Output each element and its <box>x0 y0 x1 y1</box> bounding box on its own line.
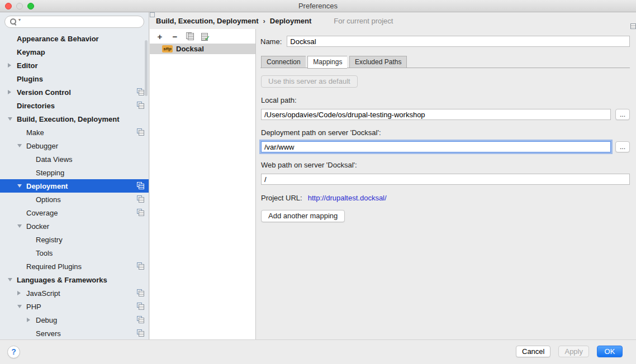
chevron-down-icon[interactable] <box>8 278 12 281</box>
local-path-label: Local path: <box>261 96 630 104</box>
sidebar-item-options[interactable]: Options <box>0 193 149 206</box>
project-scope-icon <box>137 329 144 337</box>
tab-excluded-paths[interactable]: Excluded Paths <box>349 56 407 68</box>
deployment-path-label: Deployment path on server 'Docksal': <box>261 128 630 137</box>
add-another-mapping-button[interactable]: Add another mapping <box>261 210 345 222</box>
chevron-down-icon[interactable] <box>17 144 22 147</box>
sidebar-item-keymap[interactable]: Keymap <box>0 45 149 59</box>
use-server-as-default-icon[interactable] <box>201 32 210 41</box>
search-filter-caret-icon[interactable]: ▾ <box>18 17 21 22</box>
sidebar-item-languages-frameworks[interactable]: Languages & Frameworks <box>0 273 149 286</box>
chevron-down-icon[interactable] <box>17 184 22 188</box>
breadcrumb-page: Deployment <box>270 17 311 25</box>
server-name-label: Docksal <box>176 45 204 53</box>
chevron-right-icon[interactable] <box>27 318 30 322</box>
name-label: Name: <box>260 37 282 46</box>
sidebar-item-build-execution-deployment[interactable]: Build, Execution, Deployment <box>0 112 149 126</box>
server-list-item-docksal[interactable]: sftp Docksal <box>150 44 255 54</box>
breadcrumb-separator: › <box>263 17 265 25</box>
sidebar-item-stepping[interactable]: Stepping <box>0 166 149 179</box>
sidebar-item-make[interactable]: Make <box>0 126 149 139</box>
web-path-input[interactable] <box>261 174 630 185</box>
sidebar-item-editor[interactable]: Editor <box>0 59 149 72</box>
project-scope-icon <box>324 17 331 25</box>
preferences-window: Preferences ▾ Appearance & Behavior Keym… <box>0 0 636 364</box>
duplicate-server-icon[interactable] <box>186 32 194 41</box>
local-path-input[interactable] <box>261 109 611 120</box>
search-icon <box>10 18 17 26</box>
sidebar-item-php[interactable]: PHP <box>0 300 149 313</box>
add-server-button[interactable]: + <box>155 32 164 41</box>
chevron-down-icon[interactable] <box>17 224 22 228</box>
sidebar-item-plugins[interactable]: Plugins <box>0 72 149 85</box>
web-path-label: Web path on server 'Docksal': <box>261 161 630 169</box>
ok-button[interactable]: OK <box>597 346 623 357</box>
check-icon <box>201 32 210 41</box>
dialog-footer: ? Cancel Apply OK <box>0 339 636 364</box>
project-scope-icon <box>137 303 144 310</box>
chevron-down-icon[interactable] <box>8 117 12 121</box>
server-list-panel: + − sftp Docksal <box>150 29 256 339</box>
project-url-link[interactable]: http://drupaltest.docksal/ <box>308 194 387 202</box>
use-this-server-as-default-button: Use this server as default <box>261 75 358 88</box>
mappings-pane: Use this server as default Local path: .… <box>260 68 630 222</box>
project-scope-icon <box>137 102 144 109</box>
project-scope-icon <box>137 289 144 296</box>
remove-server-button[interactable]: − <box>170 32 179 41</box>
project-scope-icon <box>137 88 144 95</box>
sidebar-item-servers[interactable]: Servers <box>0 327 149 339</box>
sidebar-item-required-plugins[interactable]: Required Plugins <box>0 260 149 273</box>
window-title: Preferences <box>0 0 636 12</box>
help-button[interactable]: ? <box>7 346 20 358</box>
browse-local-path-button[interactable]: ... <box>615 109 630 120</box>
project-url-label: Project URL: <box>261 194 302 202</box>
breadcrumb: Build, Execution, Deployment › Deploymen… <box>150 12 636 29</box>
sidebar-item-version-control[interactable]: Version Control <box>0 85 149 99</box>
sidebar-item-appearance-behavior[interactable]: Appearance & Behavior <box>0 32 149 45</box>
server-tabs: Connection Mappings Excluded Paths <box>260 56 630 68</box>
project-scope-icon <box>137 182 144 189</box>
sidebar-item-data-views[interactable]: Data Views <box>0 152 149 166</box>
tab-connection[interactable]: Connection <box>261 56 306 68</box>
title-bar: Preferences <box>0 0 636 12</box>
project-scope-icon <box>137 316 144 323</box>
deployment-path-input[interactable] <box>261 141 611 152</box>
project-scope-icon <box>137 128 144 136</box>
chevron-right-icon[interactable] <box>8 63 11 68</box>
project-scope-icon <box>137 262 144 270</box>
chevron-right-icon[interactable] <box>17 291 21 295</box>
settings-sidebar: ▾ Appearance & Behavior Keymap Editor Pl… <box>0 12 149 339</box>
deployment-detail-panel: Name: Connection Mappings Excluded Paths… <box>257 29 636 339</box>
scope-hint-label: For current project <box>334 17 393 25</box>
sidebar-item-directories[interactable]: Directories <box>0 99 149 112</box>
sidebar-item-coverage[interactable]: Coverage <box>0 206 149 219</box>
breadcrumb-section[interactable]: Build, Execution, Deployment <box>156 17 258 25</box>
cancel-button[interactable]: Cancel <box>516 346 550 357</box>
sidebar-item-tools[interactable]: Tools <box>0 246 149 260</box>
scope-hint: For current project <box>324 17 393 25</box>
project-scope-icon <box>137 209 144 216</box>
sidebar-item-deployment[interactable]: Deployment <box>0 179 149 193</box>
chevron-right-icon[interactable] <box>8 90 11 94</box>
sidebar-item-debugger[interactable]: Debugger <box>0 139 149 152</box>
settings-tree: Appearance & Behavior Keymap Editor Plug… <box>0 32 149 339</box>
apply-button: Apply <box>558 346 589 357</box>
sftp-server-icon: sftp <box>162 45 173 52</box>
chevron-down-icon[interactable] <box>17 305 22 308</box>
settings-search-input[interactable] <box>4 16 144 28</box>
tab-mappings[interactable]: Mappings <box>307 56 347 69</box>
sidebar-item-registry[interactable]: Registry <box>0 233 149 246</box>
sidebar-item-debug[interactable]: Debug <box>0 313 149 327</box>
browse-deployment-path-button[interactable]: ... <box>615 141 630 152</box>
copy-icon <box>186 32 194 40</box>
server-list-toolbar: + − <box>150 29 255 44</box>
sidebar-item-docker[interactable]: Docker <box>0 219 149 233</box>
sidebar-item-javascript[interactable]: JavaScript <box>0 286 149 300</box>
server-name-input[interactable] <box>287 36 630 47</box>
project-scope-icon <box>137 195 144 203</box>
